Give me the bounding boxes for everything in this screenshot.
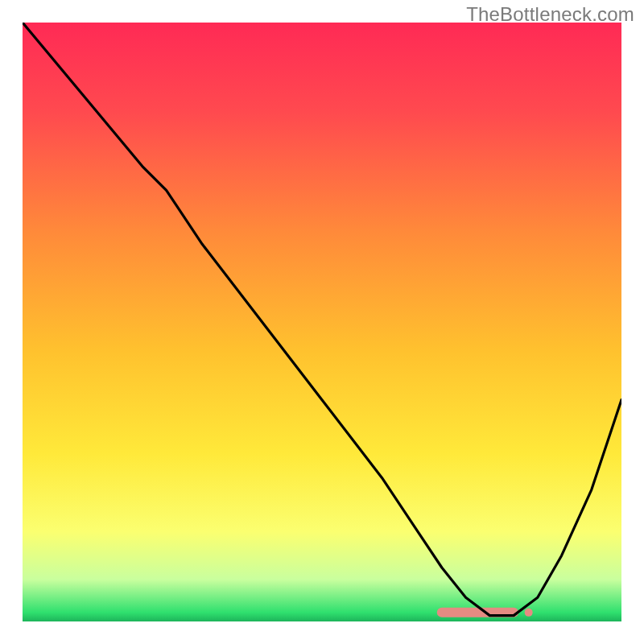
bottleneck-chart — [23, 23, 621, 621]
svg-rect-0 — [23, 23, 621, 621]
svg-point-3 — [525, 609, 533, 617]
watermark-label: TheBottleneck.com — [466, 3, 634, 26]
chart-svg — [23, 23, 621, 621]
